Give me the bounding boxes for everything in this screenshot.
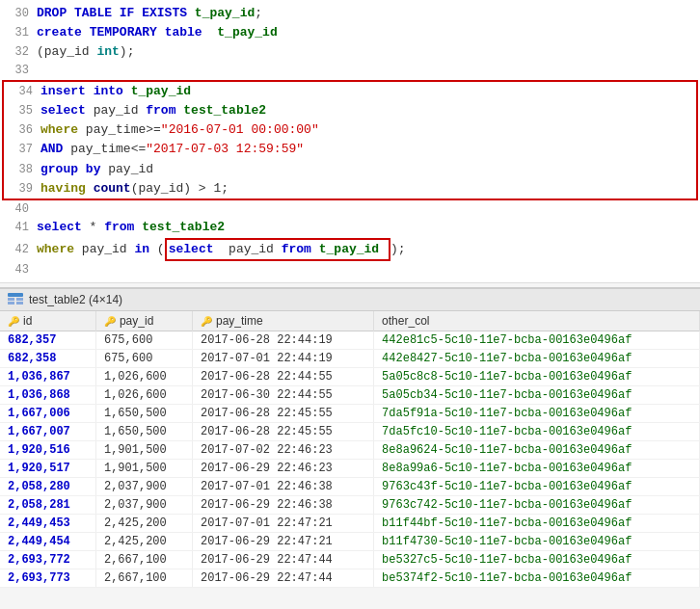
cell-pay-id: 2,037,900	[95, 478, 192, 496]
cell-id: 1,036,868	[0, 386, 95, 405]
table-ref: test_table2	[142, 218, 225, 237]
kw-insert: insert	[40, 82, 86, 101]
cell-pay-time: 2017-06-29 22:46:38	[192, 496, 373, 515]
results-panel: test_table2 (4×14) 🔑 id 🔑 pay_id	[0, 287, 700, 588]
kw-from-inner: from	[282, 242, 311, 256]
table-ref: test_table2	[183, 101, 266, 120]
fn-count: count	[94, 179, 131, 199]
cell-pay-time: 2017-07-02 22:46:23	[192, 441, 373, 460]
results-table: 🔑 id 🔑 pay_id 🔑 pay_time	[0, 311, 700, 588]
kw-table: table	[165, 23, 202, 42]
cell-pay-time: 2017-06-29 22:47:21	[192, 533, 373, 551]
cell-other-col: b11f4730-5c10-11e7-bcba-00163e0496af	[374, 533, 700, 551]
svg-rect-4	[16, 302, 23, 304]
cell-id: 1,667,006	[0, 405, 95, 423]
cell-pay-time: 2017-06-29 22:47:44	[192, 569, 373, 588]
code-line-43: 43	[0, 261, 700, 279]
pk-icon: 🔑	[104, 316, 116, 327]
table-row: 2,693,7722,667,1002017-06-29 22:47:44be5…	[0, 551, 700, 569]
cell-pay-id: 1,901,500	[95, 441, 192, 460]
cell-other-col: 7da5fc10-5c10-11e7-bcba-00163e0496af	[374, 423, 700, 441]
code-line-40: 40	[0, 200, 700, 219]
line-number: 43	[4, 261, 29, 279]
table-icon	[8, 293, 23, 306]
kw-where: where	[37, 240, 74, 259]
line-number: 30	[4, 5, 29, 23]
cell-pay-time: 2017-07-01 22:44:19	[192, 350, 373, 368]
cell-pay-time: 2017-07-01 22:46:38	[192, 478, 373, 496]
line-number: 38	[8, 161, 33, 179]
kw-int: int	[96, 42, 119, 62]
cell-id: 1,036,867	[0, 368, 95, 386]
kw-from: from	[146, 101, 175, 120]
code-line-37: 37 AND pay_time<="2017-07-03 12:59:59"	[4, 140, 696, 159]
line-number: 31	[4, 24, 29, 42]
cell-id: 1,920,516	[0, 441, 95, 460]
kw-group: group	[40, 160, 78, 179]
cell-id: 1,920,517	[0, 460, 95, 478]
cell-pay-time: 2017-07-01 22:47:21	[192, 515, 373, 533]
kw-select-inner: select	[169, 242, 214, 256]
code-line-32: 32 (pay_id int);	[0, 42, 700, 62]
cell-pay-id: 1,901,500	[95, 460, 192, 478]
col-header-pay-time: 🔑 pay_time	[192, 311, 373, 331]
cell-pay-id: 2,425,200	[95, 515, 192, 533]
cell-pay-id: 675,600	[95, 331, 192, 350]
table-row: 1,667,0071,650,5002017-06-28 22:45:557da…	[0, 423, 700, 441]
string-value: "2017-07-03 12:59:59"	[146, 140, 304, 159]
cell-id: 2,449,454	[0, 533, 95, 551]
kw-having: having	[40, 179, 86, 199]
cell-other-col: 442e8427-5c10-11e7-bcba-00163e0496af	[374, 350, 700, 368]
cell-other-col: 5a05c8c8-5c10-11e7-bcba-00163e0496af	[374, 368, 700, 386]
line-number: 33	[4, 62, 29, 80]
highlighted-block: 34 insert into t_pay_id 35 select pay_id…	[2, 80, 698, 200]
cell-pay-id: 2,037,900	[95, 496, 192, 515]
table-row: 682,357675,6002017-06-28 22:44:19442e81c…	[0, 331, 700, 350]
kw-select: select	[37, 218, 82, 237]
code-line-38: 38 group by pay_id	[4, 160, 696, 179]
code-line-39: 39 having count(pay_id) > 1;	[4, 179, 696, 199]
col-header-pay-id: 🔑 pay_id	[95, 311, 192, 331]
kw-into: into	[94, 82, 123, 101]
line-number: 40	[4, 200, 29, 219]
cell-id: 2,693,772	[0, 551, 95, 569]
cell-pay-id: 1,650,500	[95, 423, 192, 441]
kw-and: AND	[40, 140, 63, 159]
table-row: 2,693,7732,667,1002017-06-29 22:47:44be5…	[0, 569, 700, 588]
table-row: 1,920,5161,901,5002017-07-02 22:46:238e8…	[0, 441, 700, 460]
kw-by: by	[86, 160, 101, 179]
cell-pay-id: 1,650,500	[95, 405, 192, 423]
cell-id: 1,667,007	[0, 423, 95, 441]
kw-from: from	[104, 218, 134, 237]
cell-other-col: 9763c742-5c10-11e7-bcba-00163e0496af	[374, 496, 700, 515]
sql-editor: 30 DROP TABLE IF EXISTS t_pay_id; 31 cre…	[0, 0, 700, 283]
code-line-36: 36 where pay_time>="2016-07-01 00:00:00"	[4, 120, 696, 140]
results-tbody: 682,357675,6002017-06-28 22:44:19442e81c…	[0, 331, 700, 588]
kw-drop: DROP TABLE IF EXISTS	[37, 4, 187, 23]
cell-other-col: be5327c5-5c10-11e7-bcba-00163e0496af	[374, 551, 700, 569]
line-number: 35	[8, 102, 33, 120]
cell-pay-id: 1,026,600	[95, 386, 192, 405]
svg-rect-0	[8, 293, 23, 297]
cell-id: 2,058,281	[0, 496, 95, 515]
table-row: 1,667,0061,650,5002017-06-28 22:45:557da…	[0, 405, 700, 423]
col-header-id: 🔑 id	[0, 311, 95, 331]
code-line-35: 35 select pay_id from test_table2	[4, 101, 696, 120]
table-row: 2,449,4542,425,2002017-06-29 22:47:21b11…	[0, 533, 700, 551]
cell-pay-id: 2,667,100	[95, 569, 192, 588]
string-value: "2016-07-01 00:00:00"	[161, 120, 319, 140]
cell-pay-time: 2017-06-28 22:44:19	[192, 331, 373, 350]
cell-pay-id: 2,425,200	[95, 533, 192, 551]
svg-rect-2	[16, 298, 23, 301]
cell-other-col: 9763c43f-5c10-11e7-bcba-00163e0496af	[374, 478, 700, 496]
line-number: 41	[4, 219, 29, 237]
cell-other-col: 5a05cb34-5c10-11e7-bcba-00163e0496af	[374, 386, 700, 405]
table-row: 2,058,2802,037,9002017-07-01 22:46:38976…	[0, 478, 700, 496]
table-row: 2,449,4532,425,2002017-07-01 22:47:21b11…	[0, 515, 700, 533]
svg-rect-1	[8, 298, 14, 301]
code-line-42: 42 where pay_id in (select pay_id from t…	[0, 238, 700, 261]
results-title: test_table2 (4×14)	[29, 293, 122, 306]
code-line-41: 41 select * from test_table2	[0, 218, 700, 237]
table-row: 1,036,8681,026,6002017-06-30 22:44:555a0…	[0, 386, 700, 405]
line-number: 37	[8, 141, 33, 159]
